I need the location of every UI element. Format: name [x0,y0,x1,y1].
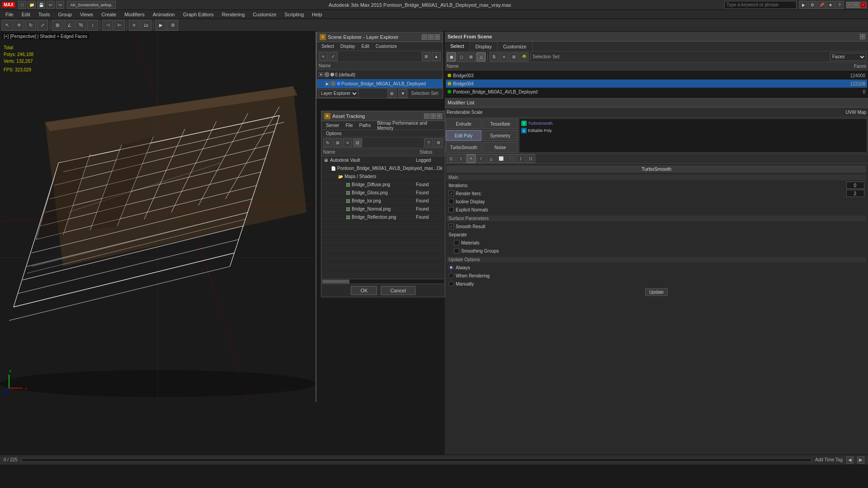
settings-icon[interactable]: ⚙ [808,1,816,9]
select-tb-faces[interactable]: △ [476,52,486,61]
select-list[interactable]: Bridge003 124000 Bridge004 122108 Pontoo… [445,70,868,97]
select-row-pontoon[interactable]: Pontoon_Bridge_M60A1_AVLB_Deployed 0 [446,88,867,96]
stack-turbosmooth[interactable]: T TurboSmooth [520,120,866,127]
close-button[interactable]: × [860,2,866,8]
modifier-stack[interactable]: T TurboSmooth E Editable Poly [519,118,867,153]
scene-explorer-titlebar[interactable]: S Scene Explorer - Layer Explorer − □ × [317,32,443,42]
ts-isoline-checkbox[interactable] [448,199,454,204]
menu-file[interactable]: File [2,11,17,18]
pin-icon[interactable]: 📌 [817,1,826,9]
menu-tools[interactable]: Tools [35,11,54,18]
render-setup[interactable]: ⚙ [167,20,178,31]
time-controls-back[interactable]: ◀ [846,456,854,464]
mod-nav-prev[interactable]: ⟨ [457,154,466,163]
menu-help[interactable]: Help [308,11,326,18]
asset-row-lor[interactable]: 🖼 Bridge_lor.png Found [321,197,445,205]
menu-group[interactable]: Group [54,11,75,18]
asset-tb-btn3[interactable]: ≡ [343,138,352,147]
select-close[interactable]: × [860,34,865,39]
symmetry-btn[interactable]: Symmetry [482,130,518,141]
save-button[interactable]: 💾 [37,1,45,9]
new-button[interactable]: □ [18,1,26,9]
scroll-thumb[interactable] [322,280,349,283]
mod-nav-last[interactable]: ⟩⟩ [526,154,535,163]
mod-nav-first[interactable]: ⟨⟨ [447,154,456,163]
mod-nav-poly[interactable]: ⬜ [496,154,505,163]
file-tab[interactable]: AK_Screenshot_wrksp. [67,1,116,9]
minimize-button[interactable]: − [846,2,853,8]
angle-snap[interactable]: ∠ [64,20,75,31]
scene-tb-icon1[interactable]: ⊞ [422,52,431,61]
select-tool[interactable]: ↖ [2,20,13,31]
ts-iterations-input[interactable] [846,182,864,189]
scene-tb-select-all[interactable]: ✓ [329,52,338,61]
asset-table[interactable]: 🏛 Autodesk Vault Logged 📄 Pontoon_Bridge… [321,156,445,278]
select-row-bridge003[interactable]: Bridge003 124000 [446,71,867,80]
ts-materials-checkbox[interactable] [454,240,459,245]
maximize-button[interactable]: □ [853,2,859,8]
asset-cancel-button[interactable]: Cancel [381,286,415,295]
render-icon[interactable]: ▶ [799,1,807,9]
mirror-tool[interactable]: ⊣ [102,20,113,31]
rotate-tool[interactable]: ↻ [25,20,36,31]
tab-display[interactable]: Display [470,42,498,51]
star-icon[interactable]: ★ [826,1,835,9]
asset-close[interactable]: × [437,113,442,119]
asset-tb-btn4[interactable]: ⊟ [353,138,362,147]
snap-toggle[interactable]: ⊞ [52,20,63,31]
asset-row-diffuse[interactable]: 🖼 Bridge_Diffuse.png Found [321,181,445,189]
layer-explorer-dropdown[interactable]: Layer Explorer [319,89,359,98]
asset-tb-settings[interactable]: ⚙ [434,138,443,147]
scene-menu-display[interactable]: Display [338,43,358,49]
scale-tool[interactable]: ⤢ [37,20,48,31]
ts-manually-radio[interactable] [448,281,454,286]
menu-edit[interactable]: Edit [18,11,34,18]
scene-footer-btn1[interactable]: ⊞ [387,89,396,98]
scene-explorer-minimize[interactable]: − [422,34,427,40]
asset-row-reflection[interactable]: 🖼 Bridge_Reflection.png Found [321,213,445,221]
ts-render-iters-input[interactable] [846,190,864,197]
asset-menu-server[interactable]: Server [323,122,342,128]
viewport-3d[interactable]: [+] [Perspective] | Shaded + Edged Faces… [0,32,316,402]
expand-icon-2[interactable]: ▶ [325,81,330,86]
scene-tb-new[interactable]: × [319,52,328,61]
asset-row-maps[interactable]: 📂 Maps / Shaders [321,173,445,181]
asset-minimize[interactable]: − [424,113,429,119]
extrude-btn[interactable]: Extrude [446,118,481,129]
asset-tb-help[interactable]: ? [424,138,433,147]
menu-scripting[interactable]: Scripting [281,11,307,18]
expand-icon[interactable]: ▼ [319,72,323,77]
scene-menu-edit[interactable]: Edit [359,43,372,49]
move-tool[interactable]: ✛ [14,20,24,31]
undo-button[interactable]: ↩ [47,1,55,9]
align-tool[interactable]: ⊢ [114,20,125,31]
percent-snap[interactable]: % [75,20,86,31]
ts-when-rendering-radio[interactable] [448,273,454,278]
scene-tb-icon2[interactable]: ▲ [432,52,441,61]
ts-smoothing-checkbox[interactable] [454,248,459,253]
visibility-icon[interactable] [324,72,330,77]
ts-explicit-checkbox[interactable] [448,207,454,212]
scene-explorer-maximize[interactable]: □ [428,34,434,40]
mod-nav-next[interactable]: ⟩ [516,154,525,163]
scene-layer-pontoon[interactable]: ▶ Pontoon_Bridge_M60A1_AVLB_Deployed [317,79,443,88]
noise-btn[interactable]: Noise [482,142,518,153]
ts-update-button[interactable]: Update [645,288,668,296]
ts-render-iters-checkbox[interactable]: ✓ [448,191,454,196]
scene-explorer-close[interactable]: × [434,34,440,40]
mod-nav-edge[interactable]: / [476,154,486,163]
tab-select[interactable]: Select [445,42,470,51]
menu-create[interactable]: Create [98,11,120,18]
asset-tb-btn2[interactable]: ⊞ [333,138,342,147]
tessellate-btn[interactable]: Tessellate [482,118,518,129]
turbosmooth-btn[interactable]: TurboSmooth [446,142,481,153]
asset-tb-btn1[interactable]: ↻ [323,138,332,147]
scroll-track[interactable] [322,280,444,283]
faces-filter-dropdown[interactable]: Faces [830,53,866,61]
menu-views[interactable]: Views [76,11,97,18]
menu-customize[interactable]: Customize [249,11,280,18]
asset-maximize[interactable]: □ [430,113,436,119]
menu-modifiers[interactable]: Modifiers [121,11,148,18]
asset-menu-file[interactable]: File [343,122,355,128]
scene-footer-btn2[interactable]: ▼ [398,89,407,98]
